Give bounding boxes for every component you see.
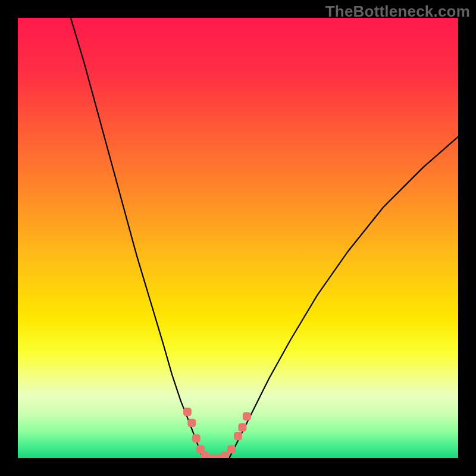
plot-area	[18, 18, 458, 458]
marker-point	[234, 432, 242, 440]
marker-point	[183, 408, 192, 416]
bottleneck-chart	[18, 18, 458, 458]
marker-point	[227, 445, 236, 453]
marker-point	[192, 434, 201, 443]
gradient-background	[18, 18, 458, 458]
marker-point	[187, 419, 196, 427]
chart-frame: TheBottleneck.com	[0, 0, 476, 476]
marker-point	[221, 452, 229, 458]
marker-point	[238, 423, 246, 431]
marker-point	[243, 412, 251, 421]
watermark-text: TheBottleneck.com	[325, 2, 470, 21]
